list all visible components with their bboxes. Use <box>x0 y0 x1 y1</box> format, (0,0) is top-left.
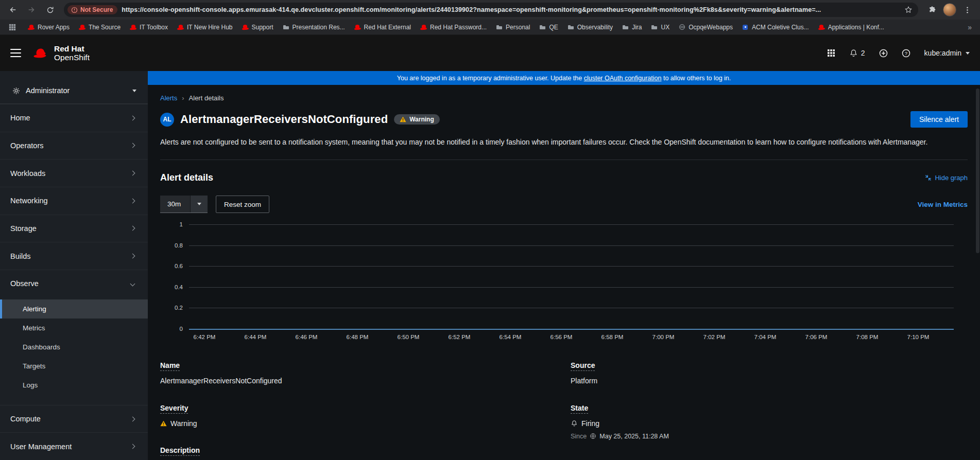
chevron-right-icon <box>130 143 135 148</box>
x-tick-label: 6:42 PM <box>194 334 216 340</box>
app-launcher-button[interactable] <box>827 49 835 57</box>
profile-avatar[interactable] <box>943 3 956 16</box>
bookmark-item[interactable]: OcpqeWebapps <box>679 24 733 31</box>
banner-text: You are logged in as a temporary adminis… <box>397 75 584 82</box>
notifications-button[interactable]: 2 <box>849 49 865 58</box>
sidebar-item-alerting[interactable]: Alerting <box>0 299 148 319</box>
bookmark-item[interactable]: Red Hat External <box>354 24 411 31</box>
bookmark-item[interactable]: IT Toolbox <box>130 24 168 31</box>
forward-button[interactable] <box>24 2 39 17</box>
forward-arrow-icon <box>27 5 36 14</box>
view-in-metrics-link[interactable]: View in Metrics <box>918 201 968 208</box>
x-tick-label: 7:10 PM <box>907 334 930 340</box>
gridline <box>189 245 954 246</box>
not-secure-chip[interactable]: Not Secure <box>67 5 117 14</box>
sidebar-item-logs[interactable]: Logs <box>0 376 148 395</box>
redhat-icon <box>242 24 249 30</box>
sidebar-item-operators[interactable]: Operators <box>0 132 148 160</box>
y-tick-label: 0.8 <box>160 242 183 249</box>
folder-icon <box>568 24 574 30</box>
bookmark-item[interactable]: Applications | Konf... <box>818 24 884 31</box>
y-tick-label: 0.4 <box>160 284 183 290</box>
y-tick-label: 0 <box>160 326 183 332</box>
firing-bell-icon <box>571 420 578 427</box>
not-secure-label: Not Secure <box>80 6 113 13</box>
breadcrumb-alerts-link[interactable]: Alerts <box>160 94 177 102</box>
cluster-oauth-link[interactable]: cluster OAuth configuration <box>584 75 662 82</box>
sidebar-item-observe[interactable]: Observe <box>0 270 148 297</box>
x-axis-labels: 6:42 PM 6:44 PM 6:46 PM 6:48 PM 6:50 PM … <box>189 330 954 344</box>
bookmark-label: Presentation Res... <box>293 24 345 31</box>
x-tick-label: 6:58 PM <box>601 334 624 340</box>
sidebar-item-workloads[interactable]: Workloads <box>0 159 148 187</box>
back-button[interactable] <box>5 2 21 17</box>
gridline <box>189 287 954 288</box>
bookmarks-overflow-button[interactable]: » <box>966 23 974 31</box>
sidebar-item-networking[interactable]: Networking <box>0 187 148 215</box>
sidebar-item-storage[interactable]: Storage <box>0 215 148 242</box>
hide-graph-link[interactable]: Hide graph <box>925 174 968 182</box>
bookmark-item[interactable]: Presentation Res... <box>283 24 345 31</box>
brand-logo[interactable]: Red Hat OpenShift <box>31 44 90 62</box>
bookmark-label: OcpqeWebapps <box>689 24 733 31</box>
bookmark-item[interactable]: Support <box>242 24 273 31</box>
x-tick-label: 6:48 PM <box>347 334 369 340</box>
login-notice-banner: You are logged in as a temporary adminis… <box>148 71 980 85</box>
folder-icon <box>496 24 503 30</box>
scrollbar[interactable] <box>976 89 979 253</box>
sidebar-item-compute[interactable]: Compute <box>0 405 148 433</box>
severity-badge: Warning <box>394 114 440 125</box>
bookmark-label: IT New Hire Hub <box>187 24 232 31</box>
x-axis-line <box>189 329 954 330</box>
redhat-icon <box>354 24 361 30</box>
bookmark-label: Personal <box>506 24 530 31</box>
alert-timeline-chart[interactable]: 1 0.8 0.6 0.4 0.2 0 6:42 PM 6:44 PM 6:46… <box>160 224 968 344</box>
select-caret <box>190 196 208 213</box>
extensions-button[interactable] <box>924 2 940 17</box>
perspective-switcher[interactable]: Administrator <box>0 71 148 104</box>
bookmark-item[interactable]: Observability <box>568 24 613 31</box>
bookmark-star-button[interactable] <box>902 3 915 16</box>
gridline <box>189 224 954 225</box>
caret-down-icon <box>966 52 970 55</box>
bookmark-item[interactable]: ACM Coletive Clus... <box>742 24 809 31</box>
apps-grid-button[interactable] <box>6 21 19 33</box>
x-tick-label: 7:06 PM <box>805 334 828 340</box>
help-button[interactable]: ? <box>902 49 910 58</box>
bookmark-item[interactable]: UX <box>651 24 669 31</box>
user-menu[interactable]: kube:admin <box>924 49 970 57</box>
chart-plot-area[interactable]: 1 0.8 0.6 0.4 0.2 0 <box>160 224 954 330</box>
extensions-puzzle-icon <box>928 6 936 14</box>
sidebar-item-user-management[interactable]: User Management <box>0 432 148 460</box>
duration-select[interactable]: 30m <box>160 196 208 213</box>
redhat-icon <box>130 24 136 30</box>
sidebar-item-builds[interactable]: Builds <box>0 242 148 270</box>
sidebar-item-metrics[interactable]: Metrics <box>0 319 148 338</box>
reload-button[interactable] <box>42 2 58 17</box>
sidebar-item-targets[interactable]: Targets <box>0 357 148 376</box>
browser-menu-button[interactable] <box>959 2 975 17</box>
alert-details-page: Alerts › Alert details AL AlertmanagerRe… <box>148 85 980 460</box>
bookmark-item[interactable]: The Source <box>79 24 121 31</box>
quick-create-button[interactable] <box>879 49 888 58</box>
banner-text: to allow others to log in. <box>661 75 731 82</box>
kebab-menu-icon <box>964 6 971 14</box>
bookmark-item[interactable]: QE <box>539 24 558 31</box>
reset-zoom-button[interactable]: Reset zoom <box>216 196 269 213</box>
bookmark-item[interactable]: Red Hat Password... <box>420 24 487 31</box>
sidebar-item-dashboards[interactable]: Dashboards <box>0 338 148 357</box>
folder-icon <box>651 24 658 30</box>
silence-alert-button[interactable]: Silence alert <box>910 111 968 128</box>
bookmark-label: QE <box>549 24 558 31</box>
nav-toggle-button[interactable] <box>10 49 21 58</box>
x-tick-label: 6:54 PM <box>500 334 522 340</box>
bookmark-item[interactable]: Jira <box>622 24 642 31</box>
address-bar[interactable]: Not Secure https://console-openshift-con… <box>64 3 918 17</box>
bookmark-item[interactable]: Personal <box>496 24 530 31</box>
bookmark-item[interactable]: Rover Apps <box>28 24 70 31</box>
chevron-right-icon <box>130 254 135 259</box>
severity-label: Severity <box>160 404 188 414</box>
bookmark-item[interactable]: IT New Hire Hub <box>177 24 232 31</box>
compress-icon <box>925 174 932 181</box>
sidebar-item-home[interactable]: Home <box>0 104 148 132</box>
